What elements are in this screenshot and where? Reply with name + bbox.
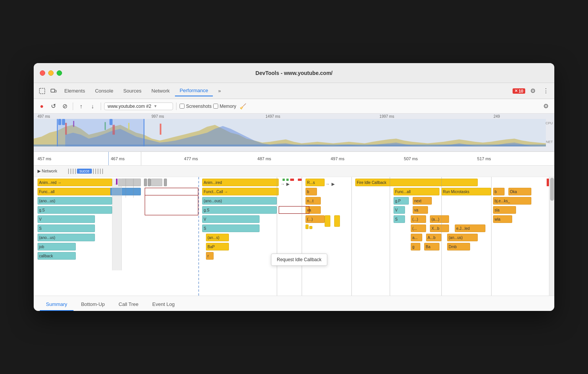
flame-ano-us-2[interactable]: (ano...ous) xyxy=(202,197,277,205)
flame-s-2[interactable]: S xyxy=(202,224,260,232)
flame-ellipsis[interactable]: (...) xyxy=(305,215,325,223)
devtools-window: DevTools - www.youtube.com/ Elements Con… xyxy=(34,63,554,311)
screenshots-checkbox[interactable] xyxy=(180,104,185,109)
network-expand-btn[interactable]: ▶ Network xyxy=(38,169,57,174)
flame-s-big[interactable]: S xyxy=(394,215,405,223)
flame-an-us-4[interactable]: (an...us) xyxy=(447,234,478,241)
tab-call-tree[interactable]: Call Tree xyxy=(113,298,145,311)
record-button[interactable]: ● xyxy=(37,101,47,111)
scrollbar-track[interactable] xyxy=(549,177,554,296)
ms-label-6: 1997 ms xyxy=(379,114,436,119)
settings-icon[interactable]: ⚙ xyxy=(528,86,538,96)
flame-run-microtasks[interactable]: Run Microtasks xyxy=(441,188,491,195)
arrow-4: → xyxy=(325,182,330,186)
flame-b-1[interactable]: b xyxy=(305,188,317,195)
flame-gray-4[interactable] xyxy=(151,179,162,186)
flame-wla[interactable]: wla xyxy=(493,215,512,223)
toolbar: ● ↺ ⊘ ↑ ↓ www.youtube.com #2 ▼ Screensho… xyxy=(34,99,554,114)
minimize-button[interactable] xyxy=(48,70,54,76)
flame-rs[interactable]: R...s xyxy=(305,179,325,186)
refresh-button[interactable]: ↺ xyxy=(48,101,58,111)
flame-ellipsis-3[interactable]: (... xyxy=(411,224,426,232)
flame-next[interactable]: next xyxy=(413,197,432,205)
flame-bap[interactable]: BaP xyxy=(206,243,229,250)
flame-funct-call-2[interactable]: Funct...Call → xyxy=(202,188,279,195)
divider-1 xyxy=(73,102,73,110)
flame-ab[interactable]: A...b xyxy=(426,234,441,241)
flame-yellow-tick-2[interactable] xyxy=(334,215,340,227)
vline-7 xyxy=(491,177,492,296)
flame-chart[interactable]: Anim...red → Anim...ired → → ▶ R...s → ▶… xyxy=(34,177,554,296)
flame-a-dot[interactable]: a... xyxy=(411,234,422,241)
flame-bje-ks[interactable]: bj.e...ks_ xyxy=(493,197,531,205)
toolbar-settings-icon[interactable]: ⚙ xyxy=(541,101,551,112)
flame-anim-red-1[interactable]: Anim...red → xyxy=(38,179,112,186)
tab-elements[interactable]: Elements xyxy=(60,86,90,96)
close-button[interactable] xyxy=(40,70,45,76)
dms-6: 517 ms xyxy=(477,156,550,161)
tab-sources[interactable]: Sources xyxy=(119,86,146,96)
flame-fire-idle[interactable]: Fire Idle Callback xyxy=(355,179,478,186)
flame-gray-3[interactable] xyxy=(148,179,151,186)
tab-event-log[interactable]: Event Log xyxy=(146,298,181,311)
upload-button[interactable]: ↑ xyxy=(76,101,86,111)
flame-oka[interactable]: Oka xyxy=(508,188,531,195)
flame-gs-2[interactable]: g.S xyxy=(202,206,277,214)
flame-anim-red-2[interactable]: Anim...ired xyxy=(202,179,279,186)
maximize-button[interactable] xyxy=(57,70,62,76)
flame-sla[interactable]: sla xyxy=(493,206,516,214)
flame-gp[interactable]: g.P xyxy=(394,197,409,205)
flame-gray-2[interactable] xyxy=(144,179,147,186)
url-selector[interactable]: www.youtube.com #2 ▼ xyxy=(104,102,173,110)
tab-console[interactable]: Console xyxy=(90,86,118,96)
scrollbar-thumb[interactable] xyxy=(550,178,554,201)
flame-v-2[interactable]: V xyxy=(202,215,260,223)
flame-nt[interactable]: n...t xyxy=(305,197,321,205)
error-badge[interactable]: ✕ 10 xyxy=(513,88,525,94)
flame-v-big[interactable]: V xyxy=(394,206,405,214)
flame-an-s[interactable]: (an...s) xyxy=(206,234,229,241)
flame-ba[interactable]: Ba xyxy=(424,243,439,250)
flame-s-1[interactable]: S xyxy=(38,224,95,232)
flame-func-all-1[interactable]: Func...all xyxy=(38,188,112,195)
flame-g[interactable]: g xyxy=(411,243,420,250)
flame-a-ellipsis[interactable]: (a...) xyxy=(430,215,449,223)
flame-ano-us-1[interactable]: (ano...us) xyxy=(38,197,112,205)
flame-va-2[interactable]: va xyxy=(413,206,428,214)
tab-more[interactable]: » xyxy=(214,86,225,96)
bottom-tabs: Summary Bottom-Up Call Tree Event Log xyxy=(34,296,554,311)
tab-performance[interactable]: Performance xyxy=(175,85,212,96)
flame-gray-5[interactable] xyxy=(164,179,167,186)
connection-rect xyxy=(145,189,198,215)
flame-ellipsis-2[interactable]: (...) xyxy=(411,215,426,223)
tab-network[interactable]: Network xyxy=(147,86,175,96)
tab-summary[interactable]: Summary xyxy=(40,298,74,311)
flame-ejled[interactable]: e.J...led xyxy=(455,224,485,232)
tab-bottom-up[interactable]: Bottom-Up xyxy=(75,298,111,311)
clear-button[interactable]: ⊘ xyxy=(60,101,70,111)
green-mark-1 xyxy=(283,179,285,181)
flame-callback[interactable]: callback xyxy=(38,252,76,260)
traffic-lights xyxy=(40,70,62,76)
device-toggle-icon[interactable] xyxy=(48,86,59,96)
devtools-tabs: Elements Console Sources Network Perform… xyxy=(34,83,554,99)
cursor-icon[interactable] xyxy=(37,86,47,96)
flame-job[interactable]: job xyxy=(38,243,76,250)
purple-mark xyxy=(116,179,118,185)
screenshots-checkbox-group: Screenshots xyxy=(180,104,212,109)
flame-v-1[interactable]: V xyxy=(38,215,95,223)
svg-rect-0 xyxy=(39,88,45,94)
flame-func-all-2[interactable]: Func...all xyxy=(394,188,439,195)
flame-dmb[interactable]: Dmb xyxy=(447,243,470,250)
flame-yellow-tick-1[interactable] xyxy=(325,215,330,227)
flame-ano-us-3[interactable]: (ano...us) xyxy=(38,234,95,241)
flame-gs-1[interactable]: g.S xyxy=(38,206,112,214)
flame-b-2[interactable]: b xyxy=(493,188,505,195)
timeline-overview[interactable]: 497 ms 997 ms 1497 ms 1997 ms 249 xyxy=(34,114,554,152)
memory-checkbox[interactable] xyxy=(213,104,218,109)
svg-rect-12 xyxy=(57,119,144,146)
flame-xb[interactable]: X...b xyxy=(430,224,449,232)
download-button[interactable]: ↓ xyxy=(88,101,98,111)
flame-r[interactable]: r xyxy=(206,252,214,260)
more-options-icon[interactable]: ⋮ xyxy=(541,86,551,96)
